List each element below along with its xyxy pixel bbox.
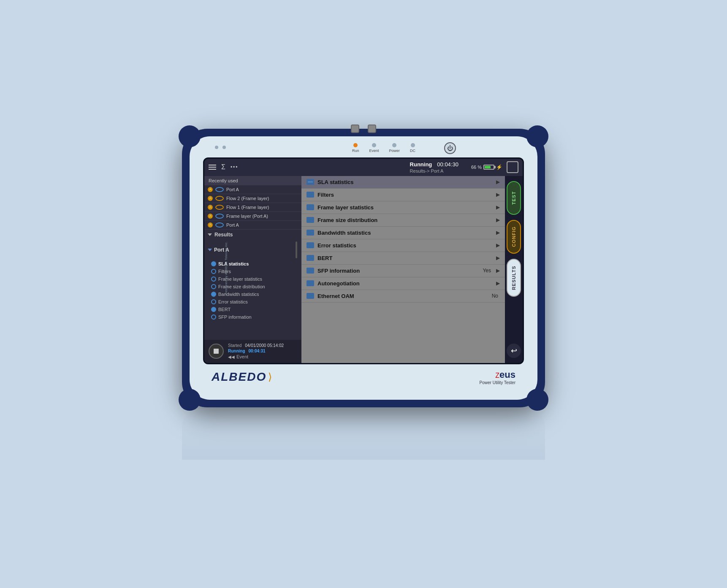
menu-icon-frame-stats xyxy=(307,204,314,210)
stop-circle-button[interactable] xyxy=(209,344,224,359)
menu-icon-sfp xyxy=(307,268,314,274)
svg-rect-8 xyxy=(308,268,313,273)
menu-icon-bandwidth xyxy=(307,230,314,236)
dot-1 xyxy=(215,146,218,149)
power-label: Power xyxy=(389,149,400,153)
tree-bandwidth[interactable]: Bandwidth statistics xyxy=(204,290,301,298)
bumper-tr xyxy=(526,125,548,147)
side-label: Designed by ALBEDO Telecom inc. xyxy=(224,241,228,294)
scrollbar[interactable] xyxy=(296,241,297,258)
port-arrow-icon xyxy=(208,249,212,251)
zeus-brand: Zeus Power Utility Tester xyxy=(480,369,515,385)
tree-port-a[interactable]: Port A xyxy=(204,240,301,260)
bumper-bl xyxy=(179,389,201,411)
tree-item-label-error: Error statistics xyxy=(218,299,248,304)
status-running: Running xyxy=(410,161,432,168)
event-led xyxy=(372,143,376,147)
device-wrapper: Designed by ALBEDO Telecom inc. Run Even… xyxy=(182,129,545,460)
recent-text-1: Port A xyxy=(226,187,239,192)
bumper-tl xyxy=(179,125,201,147)
menu-row-bert[interactable]: BERT ▶ xyxy=(301,252,505,265)
tree-item-label-bert: BERT xyxy=(218,307,231,312)
tree-item-icon-sla xyxy=(211,261,216,266)
back-button[interactable]: ↩ xyxy=(507,344,521,358)
chevron-sfp: ▶ xyxy=(496,268,500,274)
chevron-bert: ▶ xyxy=(496,255,500,261)
status-path: Results-> Port A xyxy=(410,168,458,173)
top-connectors xyxy=(351,125,376,133)
menu-row-frame-size[interactable]: Frame size distribution ▶ xyxy=(301,214,505,227)
menu-row-frame-stats[interactable]: Frame layer statistics ▶ xyxy=(301,201,505,214)
header-status: Running 00:04:30 Results-> Port A 66 % ⚡ xyxy=(410,161,518,173)
tree-frame-layer-stats[interactable]: Frame layer statistics xyxy=(204,275,301,283)
svg-rect-9 xyxy=(308,281,313,285)
chevron-frame-stats: ▶ xyxy=(496,204,500,210)
tree-bert[interactable]: BERT xyxy=(204,306,301,313)
menu-label-bert: BERT xyxy=(317,255,493,261)
config-button[interactable]: CONFIG xyxy=(507,220,521,254)
menu-icon-frame-size xyxy=(307,217,314,223)
dots-menu-icon[interactable]: ••• xyxy=(231,164,239,170)
lock-icon-2: 🔒 xyxy=(208,196,213,201)
menu-row-autoneg[interactable]: Autonegotiation ▶ xyxy=(301,277,505,290)
results-section-header[interactable]: Results xyxy=(204,230,301,240)
chevron-sla: ▶ xyxy=(496,179,500,185)
menu-row-oam[interactable]: Ethernet OAM No xyxy=(301,290,505,303)
power-indicator: Power xyxy=(389,143,400,153)
menu-label-error: Error statistics xyxy=(317,242,493,249)
chevron-filters: ▶ xyxy=(496,192,500,198)
tree-error-stats[interactable]: Error statistics xyxy=(204,298,301,306)
sigma-icon[interactable]: Σ xyxy=(221,163,225,171)
stop-square-icon xyxy=(214,349,219,354)
recent-item-2[interactable]: 🔒 Flow 2 (Frame layer) xyxy=(204,194,301,203)
menu-row-error[interactable]: Error statistics ▶ xyxy=(301,239,505,252)
tree-sla-statistics[interactable]: SLA statistics xyxy=(204,260,301,268)
results-button[interactable]: RESULTS xyxy=(507,259,521,297)
menu-label-sfp: SFP information xyxy=(317,268,479,274)
bumper-br xyxy=(526,389,548,411)
menu-row-sla[interactable]: SLA statistics ▶ xyxy=(301,176,505,189)
recent-item-5[interactable]: 🔒 Port A xyxy=(204,221,301,230)
tree-frame-size[interactable]: Frame size distribution xyxy=(204,283,301,290)
menu-label-frame-stats: Frame layer statistics xyxy=(317,204,493,211)
menu-row-sfp[interactable]: SFP information Yes ▶ xyxy=(301,265,505,277)
power-button[interactable]: ⏻ xyxy=(444,142,456,154)
tree-item-icon-filters xyxy=(211,269,216,274)
tree-section: Port A SLA statistics Filters xyxy=(204,240,301,340)
menu-row-bandwidth[interactable]: Bandwidth statistics ▶ xyxy=(301,227,505,239)
started-label: Started xyxy=(228,343,241,348)
status-time: 00:04:30 xyxy=(437,161,458,168)
zeus-logo-text: Zeus xyxy=(480,369,515,380)
run-led xyxy=(353,143,358,147)
connector-right xyxy=(368,125,376,133)
oval-icon-4 xyxy=(215,214,224,219)
right-panel: SLA statistics ▶ Filters ▶ xyxy=(301,176,505,363)
tree-item-icon-framesize xyxy=(211,284,216,289)
lock-icon-3: 🔒 xyxy=(208,205,213,210)
stop-button-header[interactable] xyxy=(507,161,518,173)
menu-row-filters[interactable]: Filters ▶ xyxy=(301,189,505,201)
svg-rect-6 xyxy=(308,243,313,247)
recent-item-4[interactable]: 🔒 Frame layer (Port A) xyxy=(204,212,301,221)
branding-bar: ALBEDO ⟩ Zeus Power Utility Tester xyxy=(203,364,524,388)
lock-icon-1: 🔒 xyxy=(208,187,213,192)
oval-icon-1 xyxy=(215,187,224,192)
test-button[interactable]: TEST xyxy=(507,181,521,215)
recent-item-1[interactable]: 🔒 Port A xyxy=(204,185,301,194)
menu-icon-oam xyxy=(307,293,314,299)
event-badge: ◀◀ Event xyxy=(228,354,284,359)
dc-label: DC xyxy=(410,149,415,153)
hamburger-menu-icon[interactable] xyxy=(209,165,216,170)
event-label: Event xyxy=(369,149,379,153)
tree-item-label-sfp: SFP information xyxy=(218,314,252,320)
sfp-value: Yes xyxy=(483,268,491,274)
tree-sfp[interactable]: SFP information xyxy=(204,313,301,321)
event-label: Event xyxy=(236,354,248,359)
tree-filters[interactable]: Filters xyxy=(204,268,301,275)
menu-icon-error xyxy=(307,242,314,248)
recent-item-3[interactable]: 🔒 Flow 1 (Frame layer) xyxy=(204,203,301,212)
tree-item-icon-bandwidth xyxy=(211,292,216,297)
event-indicator: Event xyxy=(369,143,379,153)
device-inner: Designed by ALBEDO Telecom inc. Run Even… xyxy=(190,136,537,400)
menu-icon-bert xyxy=(307,255,314,261)
